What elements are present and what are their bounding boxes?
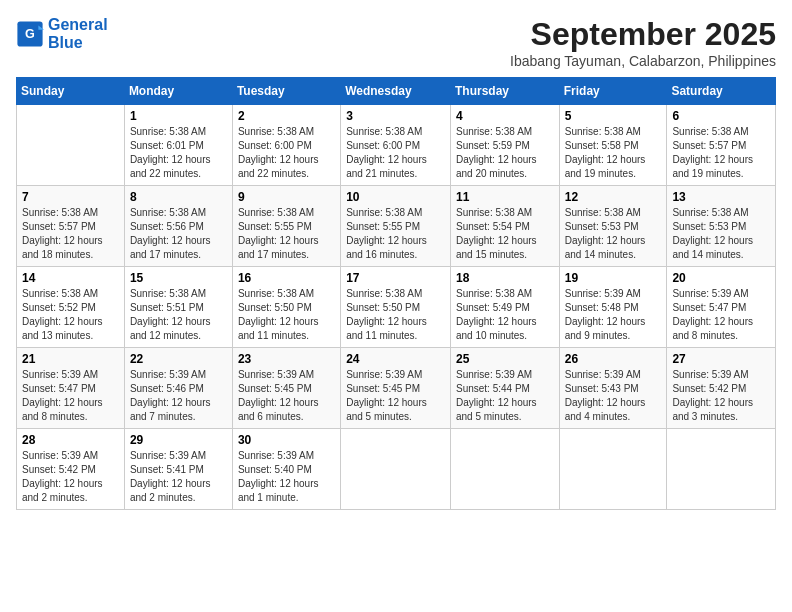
calendar-cell: 20Sunrise: 5:39 AM Sunset: 5:47 PM Dayli… — [667, 267, 776, 348]
calendar-cell: 11Sunrise: 5:38 AM Sunset: 5:54 PM Dayli… — [450, 186, 559, 267]
calendar-cell: 30Sunrise: 5:39 AM Sunset: 5:40 PM Dayli… — [232, 429, 340, 510]
day-number: 1 — [130, 109, 227, 123]
day-number: 2 — [238, 109, 335, 123]
logo-line1: General — [48, 16, 108, 33]
day-info: Sunrise: 5:39 AM Sunset: 5:44 PM Dayligh… — [456, 368, 554, 424]
calendar-cell — [450, 429, 559, 510]
day-number: 29 — [130, 433, 227, 447]
day-info: Sunrise: 5:38 AM Sunset: 5:54 PM Dayligh… — [456, 206, 554, 262]
day-info: Sunrise: 5:39 AM Sunset: 5:45 PM Dayligh… — [238, 368, 335, 424]
day-info: Sunrise: 5:38 AM Sunset: 5:52 PM Dayligh… — [22, 287, 119, 343]
calendar-cell: 2Sunrise: 5:38 AM Sunset: 6:00 PM Daylig… — [232, 105, 340, 186]
column-header-saturday: Saturday — [667, 78, 776, 105]
day-number: 9 — [238, 190, 335, 204]
day-info: Sunrise: 5:38 AM Sunset: 5:53 PM Dayligh… — [565, 206, 662, 262]
day-info: Sunrise: 5:38 AM Sunset: 5:49 PM Dayligh… — [456, 287, 554, 343]
day-number: 19 — [565, 271, 662, 285]
day-info: Sunrise: 5:38 AM Sunset: 5:55 PM Dayligh… — [238, 206, 335, 262]
day-info: Sunrise: 5:38 AM Sunset: 6:01 PM Dayligh… — [130, 125, 227, 181]
day-number: 7 — [22, 190, 119, 204]
day-number: 23 — [238, 352, 335, 366]
day-number: 17 — [346, 271, 445, 285]
location-subtitle: Ibabang Tayuman, Calabarzon, Philippines — [510, 53, 776, 69]
day-info: Sunrise: 5:38 AM Sunset: 5:50 PM Dayligh… — [346, 287, 445, 343]
column-header-monday: Monday — [124, 78, 232, 105]
page-header: G General Blue September 2025 Ibabang Ta… — [16, 16, 776, 69]
day-number: 13 — [672, 190, 770, 204]
calendar-cell — [559, 429, 667, 510]
day-info: Sunrise: 5:38 AM Sunset: 5:50 PM Dayligh… — [238, 287, 335, 343]
column-header-tuesday: Tuesday — [232, 78, 340, 105]
day-info: Sunrise: 5:39 AM Sunset: 5:40 PM Dayligh… — [238, 449, 335, 505]
day-number: 18 — [456, 271, 554, 285]
day-number: 20 — [672, 271, 770, 285]
calendar-cell: 18Sunrise: 5:38 AM Sunset: 5:49 PM Dayli… — [450, 267, 559, 348]
title-block: September 2025 Ibabang Tayuman, Calabarz… — [510, 16, 776, 69]
logo-text: General Blue — [48, 16, 108, 51]
calendar-cell: 25Sunrise: 5:39 AM Sunset: 5:44 PM Dayli… — [450, 348, 559, 429]
day-number: 21 — [22, 352, 119, 366]
column-header-wednesday: Wednesday — [341, 78, 451, 105]
day-number: 16 — [238, 271, 335, 285]
calendar-cell: 23Sunrise: 5:39 AM Sunset: 5:45 PM Dayli… — [232, 348, 340, 429]
calendar-cell: 21Sunrise: 5:39 AM Sunset: 5:47 PM Dayli… — [17, 348, 125, 429]
calendar-cell — [341, 429, 451, 510]
day-number: 30 — [238, 433, 335, 447]
calendar-cell: 17Sunrise: 5:38 AM Sunset: 5:50 PM Dayli… — [341, 267, 451, 348]
day-info: Sunrise: 5:38 AM Sunset: 5:55 PM Dayligh… — [346, 206, 445, 262]
day-info: Sunrise: 5:38 AM Sunset: 5:58 PM Dayligh… — [565, 125, 662, 181]
day-number: 28 — [22, 433, 119, 447]
calendar-cell: 8Sunrise: 5:38 AM Sunset: 5:56 PM Daylig… — [124, 186, 232, 267]
day-number: 15 — [130, 271, 227, 285]
calendar-cell: 28Sunrise: 5:39 AM Sunset: 5:42 PM Dayli… — [17, 429, 125, 510]
day-number: 24 — [346, 352, 445, 366]
day-number: 26 — [565, 352, 662, 366]
logo-line2: Blue — [48, 34, 108, 52]
day-info: Sunrise: 5:38 AM Sunset: 5:57 PM Dayligh… — [672, 125, 770, 181]
calendar-cell — [667, 429, 776, 510]
logo: G General Blue — [16, 16, 108, 51]
day-number: 22 — [130, 352, 227, 366]
calendar-week-row: 28Sunrise: 5:39 AM Sunset: 5:42 PM Dayli… — [17, 429, 776, 510]
column-header-friday: Friday — [559, 78, 667, 105]
calendar-cell: 9Sunrise: 5:38 AM Sunset: 5:55 PM Daylig… — [232, 186, 340, 267]
calendar-table: SundayMondayTuesdayWednesdayThursdayFrid… — [16, 77, 776, 510]
calendar-cell: 14Sunrise: 5:38 AM Sunset: 5:52 PM Dayli… — [17, 267, 125, 348]
calendar-cell: 1Sunrise: 5:38 AM Sunset: 6:01 PM Daylig… — [124, 105, 232, 186]
day-number: 12 — [565, 190, 662, 204]
calendar-cell: 19Sunrise: 5:39 AM Sunset: 5:48 PM Dayli… — [559, 267, 667, 348]
day-info: Sunrise: 5:39 AM Sunset: 5:45 PM Dayligh… — [346, 368, 445, 424]
day-number: 10 — [346, 190, 445, 204]
calendar-cell: 5Sunrise: 5:38 AM Sunset: 5:58 PM Daylig… — [559, 105, 667, 186]
svg-text:G: G — [25, 27, 35, 41]
column-header-thursday: Thursday — [450, 78, 559, 105]
calendar-cell — [17, 105, 125, 186]
calendar-cell: 6Sunrise: 5:38 AM Sunset: 5:57 PM Daylig… — [667, 105, 776, 186]
day-info: Sunrise: 5:39 AM Sunset: 5:42 PM Dayligh… — [672, 368, 770, 424]
day-number: 6 — [672, 109, 770, 123]
day-info: Sunrise: 5:39 AM Sunset: 5:47 PM Dayligh… — [672, 287, 770, 343]
day-info: Sunrise: 5:39 AM Sunset: 5:43 PM Dayligh… — [565, 368, 662, 424]
day-info: Sunrise: 5:38 AM Sunset: 5:51 PM Dayligh… — [130, 287, 227, 343]
day-number: 3 — [346, 109, 445, 123]
day-info: Sunrise: 5:39 AM Sunset: 5:42 PM Dayligh… — [22, 449, 119, 505]
day-number: 11 — [456, 190, 554, 204]
day-number: 8 — [130, 190, 227, 204]
calendar-cell: 10Sunrise: 5:38 AM Sunset: 5:55 PM Dayli… — [341, 186, 451, 267]
calendar-cell: 22Sunrise: 5:39 AM Sunset: 5:46 PM Dayli… — [124, 348, 232, 429]
day-number: 25 — [456, 352, 554, 366]
day-info: Sunrise: 5:38 AM Sunset: 6:00 PM Dayligh… — [346, 125, 445, 181]
day-info: Sunrise: 5:38 AM Sunset: 5:53 PM Dayligh… — [672, 206, 770, 262]
day-number: 14 — [22, 271, 119, 285]
calendar-cell: 15Sunrise: 5:38 AM Sunset: 5:51 PM Dayli… — [124, 267, 232, 348]
calendar-cell: 16Sunrise: 5:38 AM Sunset: 5:50 PM Dayli… — [232, 267, 340, 348]
calendar-cell: 26Sunrise: 5:39 AM Sunset: 5:43 PM Dayli… — [559, 348, 667, 429]
calendar-cell: 27Sunrise: 5:39 AM Sunset: 5:42 PM Dayli… — [667, 348, 776, 429]
day-info: Sunrise: 5:38 AM Sunset: 5:59 PM Dayligh… — [456, 125, 554, 181]
day-info: Sunrise: 5:38 AM Sunset: 6:00 PM Dayligh… — [238, 125, 335, 181]
calendar-cell: 4Sunrise: 5:38 AM Sunset: 5:59 PM Daylig… — [450, 105, 559, 186]
calendar-cell: 24Sunrise: 5:39 AM Sunset: 5:45 PM Dayli… — [341, 348, 451, 429]
day-info: Sunrise: 5:39 AM Sunset: 5:48 PM Dayligh… — [565, 287, 662, 343]
day-number: 5 — [565, 109, 662, 123]
day-info: Sunrise: 5:39 AM Sunset: 5:46 PM Dayligh… — [130, 368, 227, 424]
